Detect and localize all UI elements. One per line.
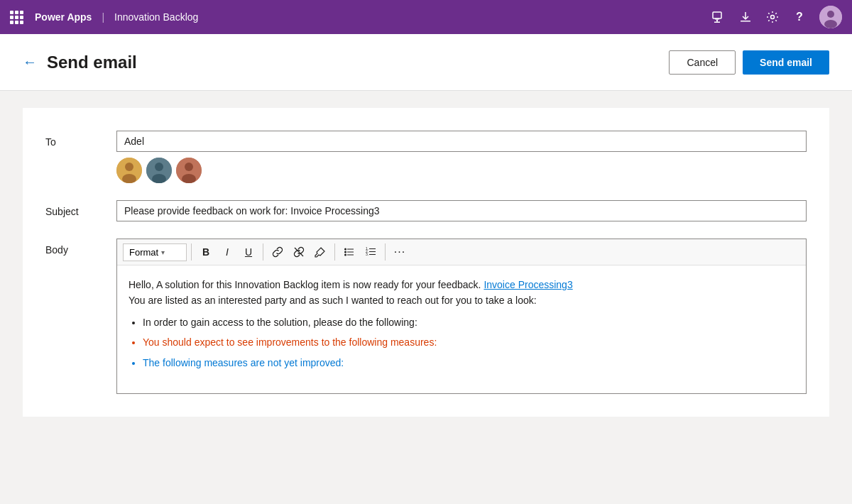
body-intro: Hello, A solution for this Innovation Ba…	[129, 277, 794, 292]
svg-rect-24	[347, 255, 354, 256]
to-input[interactable]	[116, 131, 807, 152]
body-intro2: You are listed as an interested party an…	[129, 292, 794, 308]
format-label: Format	[129, 247, 158, 258]
highlight-button[interactable]	[310, 242, 330, 262]
help-icon[interactable]: ?	[792, 10, 807, 24]
back-button[interactable]: ←	[23, 54, 37, 70]
svg-point-5	[771, 16, 775, 19]
svg-point-23	[344, 254, 346, 256]
settings-icon[interactable]	[765, 10, 780, 24]
svg-rect-30	[369, 254, 376, 255]
numbered-list-button[interactable]: 1. 2. 3.	[361, 242, 381, 262]
italic-button[interactable]: I	[217, 242, 237, 262]
svg-rect-22	[347, 252, 354, 253]
to-label: To	[45, 131, 116, 148]
user-avatar[interactable]	[819, 6, 842, 28]
svg-rect-0	[713, 12, 721, 18]
svg-rect-4	[741, 21, 750, 22]
svg-point-10	[125, 163, 133, 171]
broadcast-icon[interactable]	[711, 10, 726, 24]
editor-body[interactable]: Hello, A solution for this Innovation Ba…	[117, 265, 806, 393]
bullet-item-3: The following measures are not yet impro…	[143, 355, 794, 371]
subject-label: Subject	[45, 200, 116, 217]
bullet-item-1: In order to gain access to the solution,…	[143, 314, 794, 330]
send-email-button[interactable]: Send email	[743, 50, 829, 75]
svg-point-19	[344, 248, 346, 251]
svg-point-21	[344, 251, 346, 253]
svg-point-16	[185, 163, 193, 171]
topnav-left: Power Apps | Innovation Backlog	[10, 11, 198, 24]
toolbar-divider-2	[263, 243, 263, 261]
download-icon[interactable]	[738, 10, 753, 24]
subject-input[interactable]	[116, 200, 807, 221]
svg-point-8	[824, 20, 837, 28]
link-button[interactable]	[268, 242, 288, 262]
subject-row: Subject	[23, 195, 829, 227]
module-name: Innovation Backlog	[114, 11, 198, 23]
format-dropdown-arrow: ▾	[161, 248, 165, 256]
body-label: Body	[45, 239, 116, 256]
bullet-list-button[interactable]	[339, 242, 359, 262]
svg-point-13	[155, 163, 163, 171]
to-row: To	[23, 125, 829, 189]
svg-rect-1	[715, 18, 719, 20]
body-editor: Format ▾ B I U	[116, 239, 807, 394]
svg-rect-20	[347, 249, 354, 250]
email-form: To	[23, 108, 829, 417]
page-header: ← Send email Cancel Send email	[0, 34, 852, 91]
unlink-button[interactable]	[289, 242, 309, 262]
recipients-avatars	[116, 158, 807, 183]
svg-point-7	[827, 11, 834, 18]
more-options-button[interactable]: ···	[390, 242, 410, 262]
cancel-button[interactable]: Cancel	[669, 50, 736, 75]
editor-toolbar: Format ▾ B I U	[117, 239, 806, 265]
header-actions: Cancel Send email	[669, 50, 829, 75]
underline-button[interactable]: U	[239, 242, 258, 262]
subject-field	[116, 200, 807, 221]
app-name: Power Apps	[35, 11, 92, 23]
body-row: Body Format ▾ B I U	[23, 233, 829, 400]
toolbar-divider-1	[191, 243, 192, 261]
waffle-icon[interactable]	[10, 11, 23, 24]
svg-rect-26	[369, 248, 376, 249]
invoice-link[interactable]: Invoice Processing3	[484, 279, 572, 290]
svg-text:3.: 3.	[366, 252, 368, 256]
bullet-list: In order to gain access to the solution,…	[129, 314, 794, 371]
to-field	[116, 131, 807, 183]
nav-divider: |	[102, 11, 104, 23]
svg-rect-28	[369, 251, 376, 252]
bold-button[interactable]: B	[196, 242, 216, 262]
recipient-avatar-3[interactable]	[176, 158, 202, 183]
topnav: Power Apps | Innovation Backlog	[0, 0, 852, 34]
recipient-avatar-2[interactable]	[146, 158, 172, 183]
bullet-item-2: You should expect to see improvements to…	[143, 334, 794, 350]
page-title-area: ← Send email	[23, 53, 137, 72]
page-title: Send email	[47, 53, 137, 72]
recipient-avatar-1[interactable]	[116, 158, 142, 183]
topnav-right: ?	[711, 6, 842, 28]
toolbar-divider-4	[385, 243, 386, 261]
svg-rect-3	[714, 22, 720, 23]
toolbar-divider-3	[334, 243, 335, 261]
format-dropdown[interactable]: Format ▾	[123, 243, 187, 261]
svg-rect-2	[716, 20, 718, 22]
